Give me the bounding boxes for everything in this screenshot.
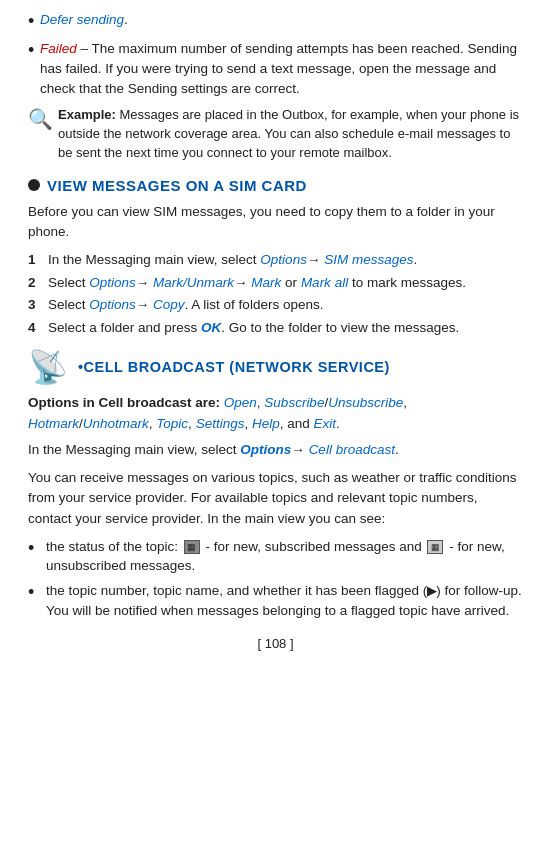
top-section: • Defer sending. • Failed – The maximum … xyxy=(28,10,523,98)
cb-bullet-2: • the topic number, topic name, and whet… xyxy=(28,581,523,620)
cb-open-link[interactable]: Open xyxy=(224,395,257,410)
page-number: [ 108 ] xyxy=(28,636,523,651)
step-2-text: Select Options→ Mark/Unmark→ Mark or Mar… xyxy=(48,273,523,293)
step-1: 1 In the Messaging main view, select Opt… xyxy=(28,250,523,270)
step4-ok-link[interactable]: OK xyxy=(201,320,221,335)
search-icon: 🔍 xyxy=(28,107,50,131)
cb-cell-broadcast-link[interactable]: Cell broadcast xyxy=(309,442,395,457)
step-4: 4 Select a folder and press OK. Go to th… xyxy=(28,318,523,338)
cb-bullet2-text: the topic number, topic name, and whethe… xyxy=(46,581,523,620)
example-body: Messages are placed in the Outbox, for e… xyxy=(58,107,519,160)
step2-mark-link[interactable]: Mark xyxy=(251,275,281,290)
cb-hotmark-link[interactable]: Hotmark xyxy=(28,416,79,431)
step3-options-link[interactable]: Options xyxy=(89,297,136,312)
step-1-num: 1 xyxy=(28,250,42,270)
cb-settings-link[interactable]: Settings xyxy=(196,416,245,431)
cell-broadcast-title: •CELL BROADCAST (NETWORK SERVICE) xyxy=(78,359,390,375)
defer-link[interactable]: Defer sending xyxy=(40,12,124,27)
failed-link[interactable]: Failed xyxy=(40,41,77,56)
cb-sub-bullet-dot-2: • xyxy=(28,581,40,604)
cb-options-label: Options in Cell broadcast are: xyxy=(28,395,220,410)
cb-options-main-link[interactable]: Options xyxy=(240,442,291,457)
cb-options-line: Options in Cell broadcast are: Open, Sub… xyxy=(28,393,523,434)
cb-bullet-1: • the status of the topic: ▦ - for new, … xyxy=(28,537,523,576)
broadcast-icon: 📡 xyxy=(28,351,68,383)
cb-body1: In the Messaging main view, select Optio… xyxy=(28,440,523,460)
step1-options-link[interactable]: Options xyxy=(260,252,307,267)
unsubscribed-icon: ▦ xyxy=(427,540,443,554)
steps-list: 1 In the Messaging main view, select Opt… xyxy=(28,250,523,337)
step-1-text: In the Messaging main view, select Optio… xyxy=(48,250,523,270)
step-4-num: 4 xyxy=(28,318,42,338)
cell-broadcast-heading-row: 📡 •CELL BROADCAST (NETWORK SERVICE) xyxy=(28,351,523,383)
example-text: Example: Messages are placed in the Outb… xyxy=(58,106,523,163)
section-bullet-icon xyxy=(28,179,40,191)
step2-markall-link[interactable]: Mark all xyxy=(301,275,348,290)
step1-sim-link[interactable]: SIM messages xyxy=(324,252,413,267)
step-3: 3 Select Options→ Copy. A list of folder… xyxy=(28,295,523,315)
subscribed-icon: ▦ xyxy=(184,540,200,554)
cb-unsubscribe-link[interactable]: Unsubscribe xyxy=(328,395,403,410)
step3-copy-link[interactable]: Copy xyxy=(153,297,185,312)
flag-icon: ▶ xyxy=(427,584,436,598)
cb-body2: You can receive messages on various topi… xyxy=(28,468,523,529)
cb-help-link[interactable]: Help xyxy=(252,416,280,431)
failed-description: – The maximum number of sending attempts… xyxy=(40,41,517,95)
step-4-text: Select a folder and press OK. Go to the … xyxy=(48,318,523,338)
view-section-intro: Before you can view SIM messages, you ne… xyxy=(28,202,523,243)
step-3-num: 3 xyxy=(28,295,42,315)
bullet-dot-2: • xyxy=(28,39,40,62)
step-2: 2 Select Options→ Mark/Unmark→ Mark or M… xyxy=(28,273,523,293)
cb-bullet1-text: the status of the topic: ▦ - for new, su… xyxy=(46,537,523,576)
defer-text: Defer sending. xyxy=(40,10,523,30)
step-2-num: 2 xyxy=(28,273,42,293)
failed-bullet-item: • Failed – The maximum number of sending… xyxy=(28,39,523,98)
cb-topic-link[interactable]: Topic xyxy=(156,416,188,431)
view-section-title: VIEW MESSAGES ON A SIM CARD xyxy=(47,177,307,194)
example-bold: Example: xyxy=(58,107,116,122)
cb-unhotmark-link[interactable]: Unhotmark xyxy=(83,416,149,431)
cb-subscribe-link[interactable]: Subscribe xyxy=(264,395,324,410)
bullet-dot: • xyxy=(28,10,40,33)
step-3-text: Select Options→ Copy. A list of folders … xyxy=(48,295,523,315)
cb-exit-link[interactable]: Exit xyxy=(313,416,336,431)
defer-bullet-item: • Defer sending. xyxy=(28,10,523,33)
step2-markunmark-link[interactable]: Mark/Unmark xyxy=(153,275,234,290)
example-box: 🔍 Example: Messages are placed in the Ou… xyxy=(28,106,523,163)
view-section-heading: VIEW MESSAGES ON A SIM CARD xyxy=(28,177,523,194)
step2-options-link[interactable]: Options xyxy=(89,275,136,290)
cb-sub-bullet-dot-1: • xyxy=(28,537,40,560)
failed-text: Failed – The maximum number of sending a… xyxy=(40,39,523,98)
